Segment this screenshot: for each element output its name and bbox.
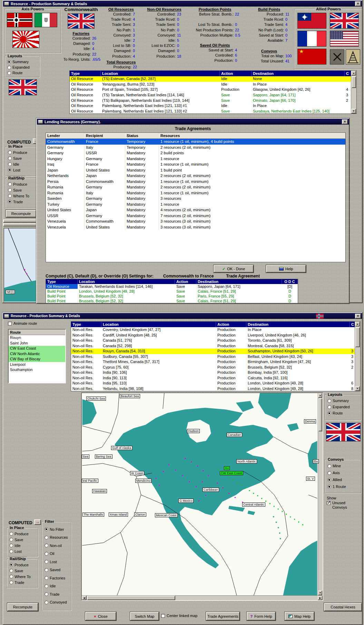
recompute-button[interactable]: Recompute [7,603,38,611]
filter-radio-option[interactable]: Convoyed [42,598,71,607]
route-list-item[interactable]: CW East Coast [9,346,65,351]
trade-agreement-row[interactable]: Persia Commonwealth Mandatory 1 resource… [46,179,345,185]
settings-row[interactable]: Oil Resource Tarakan, Netherlands East I… [46,284,298,289]
route-list-item[interactable]: Liverpool [9,362,65,368]
scroll-down-icon[interactable]: ▼ [318,590,322,595]
in-place-radio-option[interactable]: Produce [6,149,37,155]
close-icon[interactable]: × [355,1,361,6]
rail-ship-radio-option[interactable]: Save [6,187,37,193]
trade-agreement-row[interactable]: Rumania Germany Mandatory 2 resources (2… [46,184,345,190]
filter-radio-option[interactable]: Factories [42,574,71,582]
close-icon[interactable]: × [355,314,361,319]
filter-radio-option[interactable]: Lost [42,558,71,566]
column-header[interactable]: Resources [159,133,345,139]
map-horizontal-scrollbar[interactable]: ◀ ▶ [82,595,323,600]
scroll-down-icon[interactable]: ▼ [355,386,360,391]
scroll-left-icon[interactable]: ◀ [82,596,87,600]
ok-done-button[interactable]: ✓ OK - Done [214,265,254,273]
trade-agreement-row[interactable]: Hungary Germany Mandatory 1 resource [46,156,345,162]
help-button[interactable]: Help [266,265,306,273]
rail-ship-radio-option[interactable]: Where To [6,193,37,199]
table-row[interactable]: Oil Resource Palembang, Netherlands East… [70,103,356,109]
settings-row[interactable]: Build Point Brussels, Belgium [52, 32] S… [46,294,298,299]
table-row[interactable]: Oil Resource Port of Spain, Trinidad [10… [70,87,356,92]
scroll-right-icon[interactable]: ▶ [318,596,323,600]
layout-radio-option[interactable]: Expanded [5,65,39,70]
table-row[interactable]: Non-oil Res. Cyprus [75, 60] Production … [71,365,360,370]
titlebar[interactable]: Resource - Production Summary & Details … [3,1,362,7]
rail-ship-radio-option[interactable]: Trade [7,579,38,585]
table-vertical-scrollbar[interactable]: ▲ ▼ [355,322,360,391]
trade-agreement-row[interactable]: Rumania Italy Mandatory 1 resource (1 oi… [46,190,345,196]
rail-ship-radio-option[interactable]: Save [7,568,38,574]
table-row[interactable]: Non-oil Res. India [90, 113] Production … [71,375,360,381]
trade-agreement-row[interactable]: Germany USSR Mandatory 2 build points [46,150,345,156]
table-row[interactable]: Oil Resource Yenangyaung, Burma [92, 123… [70,82,356,87]
trade-agreement-row[interactable]: Germany Italy Temporary 2 resources (2 o… [46,145,345,150]
filter-radio-option[interactable]: Resources [42,534,71,542]
route-list-item[interactable]: Rouyn [9,335,65,341]
scroll-thumb[interactable] [87,596,175,600]
convoy-radio-option[interactable]: 1 Route [325,483,361,490]
close-button[interactable]: × Close [85,612,116,621]
convoy-radio-option[interactable]: Allied [325,476,361,483]
titlebar[interactable]: Resource - Production Summary & Details … [3,313,362,319]
unused-convoys-option[interactable]: Unused [327,501,361,505]
world-map[interactable]: Chukchi Sea Beaufort Sea Hudson Canadian… [81,392,323,601]
column-header[interactable]: Recipient [85,133,125,139]
center-linked-map-option[interactable]: Center linked map [161,614,197,618]
settings-row[interactable]: Build Point Brussels, Belgium [52, 32] S… [46,299,298,303]
in-place-radio-option[interactable]: Lost [7,548,38,554]
table-row[interactable]: Oil Resource Palembang, Netherlands East… [70,109,356,114]
route-list-header[interactable]: Route [9,330,65,335]
unused-convoys-checkbox[interactable] [327,501,331,505]
column-header[interactable]: Status [125,133,159,139]
switch-map-button[interactable]: Switch Map [130,612,159,621]
column-header[interactable]: Lender [46,133,85,139]
table-row[interactable]: Non-oil Res. India [95, 110] Production … [71,381,360,386]
scroll-down-icon[interactable]: ▼ [351,109,356,114]
scroll-thumb[interactable] [352,76,356,88]
trade-agreement-row[interactable]: Venezuela United States Mandatory 3 reso… [46,224,345,230]
layout-radio-option[interactable]: Expanded [325,404,361,410]
trade-agreement-row[interactable]: Turkey Germany Mandatory 1 resource [46,202,345,207]
settings-row[interactable]: Build Point Brussels, Belgium [52, 32] S… [46,303,298,304]
coastal-hexes-button[interactable]: Coastal Hexes [324,603,362,611]
animate-route-checkbox[interactable] [8,322,12,325]
settings-row[interactable]: Build Point London, United Kingdom [49, … [46,289,298,294]
in-place-radio-option[interactable]: Idle [7,543,38,548]
close-icon[interactable]: × [342,119,348,124]
rail-ship-radio-option[interactable]: Produce [6,181,37,187]
table-row[interactable]: Oil Resource (TS) Balikpapan, Netherland… [70,98,356,104]
table-row[interactable]: Non-oil Res. India [90, 106] Production … [71,370,360,375]
trade-agreements-button[interactable]: Trade Agreements [206,612,240,621]
rail-ship-radio-option[interactable]: Where To [7,574,38,579]
trade-agreement-row[interactable]: Iraq France Mandatory 1 resource (1 oil,… [46,162,345,167]
titlebar[interactable]: Lending Resources (Germany). × [37,119,349,125]
in-place-radio-option[interactable]: Idle [6,161,37,167]
in-place-radio-option[interactable]: Lost [6,167,37,173]
filter-radio-option[interactable]: No Filter [42,525,71,534]
in-place-radio-option[interactable]: Produce [7,531,38,537]
layout-radio-option[interactable]: Summary [5,59,39,65]
scroll-thumb[interactable] [318,398,322,431]
rail-ship-radio-option[interactable]: Produce [7,562,38,568]
filter-radio-option[interactable]: Trade [42,590,71,598]
table-row[interactable]: Oil Resource (TS) Tarakan, Netherlands E… [70,92,356,98]
trade-agreement-row[interactable]: Japan United States Mandatory 1 build po… [46,167,345,173]
layout-radio-option[interactable]: Summary [325,398,361,404]
table-row[interactable]: Non-oil Res. Sudbury, Canada [55, 307] P… [71,354,360,360]
route-list-item[interactable]: Southampton [9,367,65,373]
table-vertical-scrollbar[interactable]: ▲ ▼ [351,71,356,114]
in-place-radio-option[interactable]: Save [7,537,38,543]
filter-radio-option[interactable]: Oil [42,550,71,558]
trade-agreement-row[interactable]: Netherlands Japan Mandatory 2 resources … [46,173,345,179]
center-linked-map-checkbox[interactable] [161,614,165,618]
scroll-up-icon[interactable]: ▲ [351,71,356,76]
rail-ship-radio-option[interactable]: Trade [6,199,37,205]
table-row[interactable]: Non-oil Res. Coventry, United Kingdom [4… [71,327,360,333]
scroll-up-icon[interactable]: ▲ [318,393,322,398]
filter-radio-option[interactable]: Saved [42,566,71,574]
route-list-item[interactable]: CW North Atlantic [9,351,65,357]
table-row[interactable]: Non-oil Res. Canada [51, 276] Production… [71,338,360,343]
